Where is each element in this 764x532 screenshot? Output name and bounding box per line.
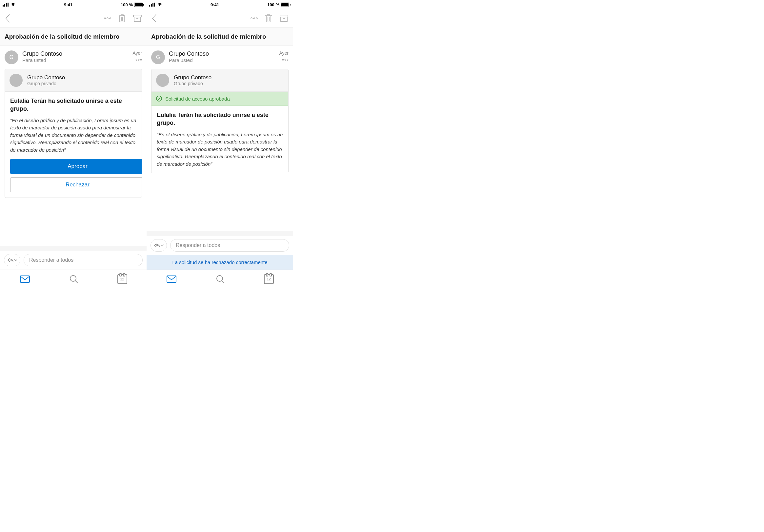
divider-area — [146, 231, 293, 236]
spacer — [146, 178, 293, 231]
group-name: Grupo Contoso — [27, 74, 65, 81]
svg-point-18 — [254, 18, 255, 19]
card-header: Grupo Contoso Grupo privado — [5, 69, 142, 92]
email-subject: Aprobación de la solicitud de miembro — [5, 33, 142, 40]
request-card: Grupo Contoso Grupo privado Eulalia Terá… — [5, 69, 142, 198]
card-body: Eulalia Terán ha solicitado unirse a est… — [5, 92, 142, 159]
svg-point-8 — [136, 59, 137, 61]
delete-button[interactable] — [118, 14, 126, 23]
svg-rect-1 — [4, 4, 5, 7]
chevron-down-icon — [161, 244, 164, 246]
svg-point-12 — [70, 276, 76, 281]
subject-bar: Aprobación de la solicitud de miembro — [146, 28, 293, 46]
mail-icon — [166, 275, 177, 283]
reply-input[interactable]: Responder a todos — [170, 239, 289, 252]
nav-bar — [0, 9, 146, 28]
signal-icon — [149, 3, 155, 7]
tab-calendar[interactable]: 12 — [264, 274, 274, 284]
back-button[interactable] — [5, 13, 11, 23]
phone-resolved-request: 9:41 100 % Aprobación de la solicitud de… — [146, 0, 293, 288]
signal-icon — [3, 3, 9, 7]
sender-avatar[interactable]: G — [5, 51, 18, 64]
card-body: Eulalia Terán ha solicitado unirse a est… — [151, 106, 288, 173]
battery-icon — [281, 3, 290, 7]
more-options-button[interactable] — [251, 17, 258, 19]
message-more-button[interactable] — [135, 59, 142, 61]
approve-button[interactable]: Aprobar — [10, 159, 142, 174]
tab-calendar[interactable]: 12 — [117, 274, 127, 284]
svg-rect-20 — [280, 15, 288, 17]
recipient-line: Para usted — [22, 57, 128, 63]
archive-button[interactable] — [133, 14, 142, 23]
action-buttons: Aprobar Rechazar — [5, 159, 142, 198]
delete-button[interactable] — [264, 14, 273, 23]
rejection-toast: La solicitud se ha rechazado correctamen… — [146, 255, 293, 270]
phone-pending-request: 9:41 100 % Aprobación de la solicitud de… — [0, 0, 146, 288]
tab-mail[interactable] — [166, 275, 177, 283]
battery-icon — [134, 3, 144, 7]
group-type: Grupo privado — [27, 81, 65, 86]
sender-avatar[interactable]: G — [151, 51, 165, 64]
svg-rect-3 — [8, 3, 9, 7]
message-timestamp: Ayer — [279, 51, 288, 56]
tab-bar: 12 — [0, 270, 146, 288]
group-type: Grupo privado — [174, 81, 212, 86]
email-subject: Aprobación de la solicitud de miembro — [151, 33, 288, 40]
svg-point-24 — [156, 96, 162, 101]
svg-point-19 — [256, 18, 258, 19]
message-header: G Grupo Contoso Para usted Ayer — [0, 46, 146, 69]
request-title: Eulalia Terán ha solicitado unirse a est… — [157, 111, 283, 127]
divider-area — [0, 246, 146, 251]
group-name: Grupo Contoso — [174, 74, 212, 81]
card-header: Grupo Contoso Grupo privado — [151, 69, 288, 92]
status-time: 9:41 — [64, 2, 73, 7]
svg-point-21 — [282, 59, 284, 61]
calendar-icon: 12 — [264, 274, 274, 284]
svg-rect-14 — [151, 4, 152, 7]
message-more-button[interactable] — [282, 59, 288, 61]
status-bar: 9:41 100 % — [0, 0, 146, 9]
status-bar: 9:41 100 % — [146, 0, 293, 9]
subject-bar: Aprobación de la solicitud de miembro — [0, 28, 146, 46]
group-avatar — [156, 74, 169, 87]
reply-bar: Responder a todos — [0, 251, 146, 270]
reply-bar: Responder a todos — [146, 236, 293, 255]
reply-all-icon — [154, 243, 160, 248]
status-time: 9:41 — [211, 2, 219, 7]
reject-button[interactable]: Rechazar — [10, 177, 142, 192]
tab-mail[interactable] — [20, 275, 30, 283]
reply-mode-button[interactable] — [4, 254, 20, 266]
reply-mode-button[interactable] — [150, 239, 167, 252]
request-quote: “En el diseño gráfico y de publicación, … — [157, 131, 283, 168]
svg-rect-11 — [20, 276, 30, 282]
sender-name: Grupo Contoso — [169, 51, 275, 57]
svg-point-6 — [109, 18, 111, 19]
tab-search[interactable] — [69, 275, 79, 284]
reply-input[interactable]: Responder a todos — [24, 254, 143, 266]
svg-point-10 — [140, 59, 142, 61]
svg-point-9 — [138, 59, 139, 61]
wifi-icon — [157, 3, 162, 7]
spacer — [0, 202, 146, 246]
request-quote: “En el diseño gráfico y de publicación, … — [10, 117, 136, 154]
mail-icon — [20, 275, 30, 283]
archive-button[interactable] — [280, 14, 288, 23]
request-card: Grupo Contoso Grupo privado Solicitud de… — [151, 69, 288, 173]
svg-rect-16 — [154, 3, 155, 7]
group-avatar — [10, 74, 23, 87]
message-timestamp: Ayer — [132, 51, 142, 56]
check-circle-icon — [156, 96, 162, 101]
battery-percent: 100 % — [267, 2, 280, 7]
svg-rect-2 — [6, 3, 7, 7]
more-options-button[interactable] — [104, 17, 111, 19]
tab-search[interactable] — [216, 275, 225, 284]
search-icon — [216, 275, 225, 284]
svg-rect-0 — [3, 5, 4, 7]
calendar-icon: 12 — [117, 274, 127, 284]
reply-all-icon — [7, 258, 14, 262]
message-header: G Grupo Contoso Para usted Ayer — [146, 46, 293, 69]
svg-point-26 — [217, 276, 223, 281]
back-button[interactable] — [151, 13, 157, 23]
tab-bar: 12 — [146, 270, 293, 288]
request-title: Eulalia Terán ha solicitado unirse a est… — [10, 97, 136, 113]
